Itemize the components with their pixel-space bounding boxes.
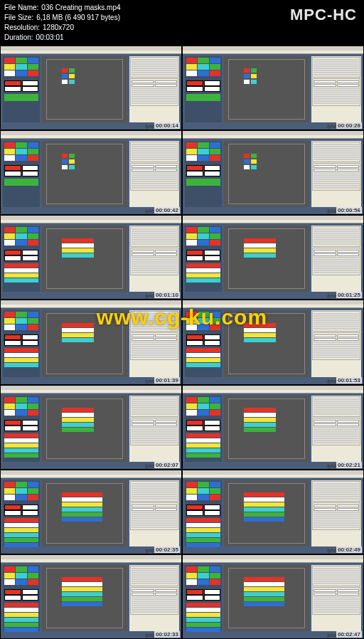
- thumbnail[interactable]: lynda 00:02:35: [0, 470, 182, 554]
- editor-inspector-panel: [311, 226, 361, 292]
- editor-toolbar: [183, 559, 363, 563]
- scene-canvas: [228, 483, 305, 544]
- timestamp-label: 00:01:25: [336, 292, 362, 298]
- editor-scene-view: [224, 480, 309, 546]
- thumbnail[interactable]: lynda 00:00:28: [182, 46, 364, 130]
- editor-inspector-panel: [129, 310, 179, 376]
- editor-hierarchy-panel: [185, 396, 222, 462]
- editor-inspector-panel: [129, 226, 179, 292]
- editor-hierarchy-panel: [3, 56, 40, 122]
- scene-canvas: [46, 568, 123, 628]
- timestamp-label: 00:01:39: [154, 377, 180, 384]
- editor-toolbar: [1, 305, 181, 308]
- editor-scene-view: [224, 565, 309, 631]
- filesize-value: 6,18 MB (6 490 917 bytes): [36, 13, 120, 23]
- editor-toolbar: [1, 135, 181, 139]
- editor-scene-view: [42, 565, 127, 631]
- thumbnail[interactable]: lynda 00:02:33: [0, 554, 182, 639]
- timestamp-label: 00:02:21: [336, 462, 362, 468]
- thumbnail[interactable]: lynda 00:00:14: [0, 46, 182, 130]
- thumbnail[interactable]: lynda 00:01:25: [182, 215, 364, 300]
- editor-scene-view: [42, 141, 127, 207]
- editor-inspector-panel: [311, 565, 361, 631]
- editor-hierarchy-panel: [185, 141, 222, 207]
- editor-hierarchy-panel: [185, 56, 222, 122]
- filename-label: File Name:: [4, 3, 38, 13]
- editor-inspector-panel: [311, 310, 361, 376]
- editor-scene-view: [224, 396, 309, 462]
- editor-hierarchy-panel: [3, 310, 40, 376]
- editor-toolbar: [1, 475, 181, 478]
- scene-canvas: [46, 59, 123, 120]
- timestamp-label: 00:02:35: [154, 546, 180, 553]
- editor-hierarchy-panel: [3, 226, 40, 292]
- editor-toolbar: [183, 390, 363, 394]
- editor-scene-view: [42, 396, 127, 462]
- timestamp-label: 00:02:07: [154, 462, 180, 468]
- duration-value: 00:03:01: [36, 33, 64, 43]
- timestamp-label: 00:01:53: [336, 377, 362, 384]
- editor-hierarchy-panel: [3, 141, 40, 207]
- thumbnail[interactable]: lynda 00:02:49: [182, 470, 364, 554]
- timestamp-label: 00:02:47: [336, 631, 362, 638]
- scene-canvas: [228, 144, 305, 204]
- timestamp-label: 00:00:14: [154, 122, 180, 129]
- editor-hierarchy-panel: [185, 480, 222, 546]
- scene-canvas: [46, 398, 123, 459]
- editor-inspector-panel: [129, 141, 179, 207]
- editor-toolbar: [183, 51, 363, 54]
- player-header: File Name: 036 Creating masks.mp4 File S…: [0, 0, 364, 46]
- thumbnail[interactable]: lynda 00:01:10: [0, 215, 182, 300]
- editor-toolbar: [1, 559, 181, 563]
- thumbnail[interactable]: lynda 00:02:07: [0, 385, 182, 470]
- editor-hierarchy-panel: [185, 310, 222, 376]
- editor-inspector-panel: [311, 141, 361, 207]
- editor-scene-view: [224, 310, 309, 376]
- editor-hierarchy-panel: [3, 480, 40, 546]
- filesize-label: File Size:: [4, 13, 33, 23]
- editor-toolbar: [1, 220, 181, 223]
- scene-canvas: [228, 568, 305, 628]
- editor-toolbar: [183, 475, 363, 478]
- scene-canvas: [46, 483, 123, 544]
- scene-canvas: [228, 398, 305, 459]
- thumbnail[interactable]: lynda 00:00:42: [0, 130, 182, 215]
- editor-hierarchy-panel: [3, 565, 40, 631]
- resolution-label: Resolution:: [4, 23, 40, 33]
- timestamp-label: 00:02:33: [154, 631, 180, 638]
- thumbnail[interactable]: lynda 00:00:56: [182, 130, 364, 215]
- thumbnail[interactable]: lynda 00:01:39: [0, 300, 182, 384]
- editor-scene-view: [42, 56, 127, 122]
- filename-value: 036 Creating masks.mp4: [41, 3, 120, 13]
- editor-scene-view: [42, 480, 127, 546]
- editor-inspector-panel: [129, 565, 179, 631]
- timestamp-label: 00:00:28: [336, 122, 362, 129]
- editor-hierarchy-panel: [185, 565, 222, 631]
- editor-toolbar: [1, 51, 181, 54]
- editor-inspector-panel: [311, 396, 361, 462]
- thumbnail[interactable]: lynda 00:01:53: [182, 300, 364, 384]
- scene-canvas: [228, 228, 305, 289]
- editor-inspector-panel: [129, 396, 179, 462]
- scene-canvas: [228, 313, 305, 374]
- editor-scene-view: [224, 141, 309, 207]
- editor-toolbar: [183, 135, 363, 139]
- timestamp-label: 00:02:49: [336, 546, 362, 553]
- editor-inspector-panel: [311, 56, 361, 122]
- editor-inspector-panel: [129, 480, 179, 546]
- timestamp-label: 00:00:42: [154, 207, 180, 213]
- scene-canvas: [46, 313, 123, 374]
- editor-toolbar: [183, 305, 363, 308]
- file-info-block: File Name: 036 Creating masks.mp4 File S…: [4, 3, 121, 43]
- editor-scene-view: [42, 226, 127, 292]
- resolution-value: 1280x720: [43, 23, 74, 33]
- thumbnail-grid: lynda 00:00:14 lynda 00:00:28: [0, 46, 364, 639]
- editor-hierarchy-panel: [185, 226, 222, 292]
- thumbnail[interactable]: lynda 00:02:47: [182, 554, 364, 639]
- duration-label: Duration:: [4, 33, 33, 43]
- scene-canvas: [46, 228, 123, 289]
- editor-toolbar: [1, 390, 181, 394]
- thumbnail[interactable]: lynda 00:02:21: [182, 385, 364, 470]
- app-title: MPC-HC: [287, 3, 360, 27]
- editor-hierarchy-panel: [3, 396, 40, 462]
